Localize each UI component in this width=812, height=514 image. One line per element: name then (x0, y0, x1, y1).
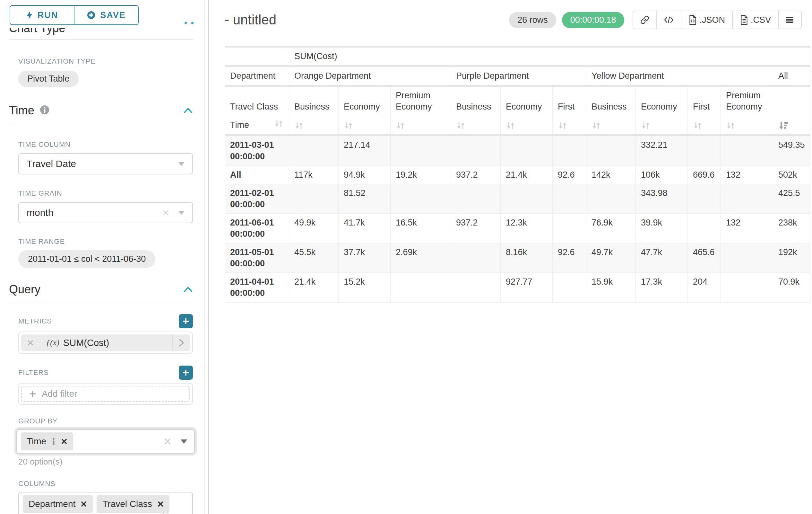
clear-icon[interactable] (162, 209, 170, 217)
time-range-label: TIME RANGE (18, 237, 193, 246)
columns-tag-department[interactable]: Department (23, 495, 93, 513)
pivot-cell: 502k (773, 166, 810, 184)
pivot-row: 2011-06-01 00:00:0049.9k41.7k16.5k937.21… (225, 214, 810, 243)
clear-all-icon[interactable] (163, 437, 172, 445)
pivot-cell (721, 273, 773, 302)
sort-updown-icon[interactable] (294, 121, 304, 130)
pivot-cell: 19.2k (390, 166, 451, 184)
remove-tag-icon[interactable] (157, 501, 164, 507)
divider (9, 124, 193, 124)
sort-control[interactable] (586, 116, 636, 136)
menu-button[interactable] (778, 11, 801, 29)
subcolumn-header: Business (586, 86, 636, 116)
run-button[interactable]: RUN (10, 6, 74, 24)
panel-resize-grip[interactable] (184, 22, 194, 24)
plus-icon (29, 390, 37, 398)
sort-control[interactable] (721, 116, 773, 136)
pivot-row-label: 2011-06-01 00:00:00 (225, 214, 289, 243)
pivot-cell (451, 243, 501, 273)
share-link-button[interactable] (633, 11, 656, 29)
metric-name: SUM(Cost) (63, 337, 109, 348)
info-icon[interactable] (39, 105, 50, 116)
sort-control[interactable] (289, 116, 339, 136)
sort-descending-icon[interactable] (778, 121, 789, 130)
time-grain-value: month (27, 207, 53, 218)
chevron-right-icon[interactable] (172, 334, 190, 351)
query-section-header: Query (9, 283, 193, 296)
metric-chip[interactable]: ƒ(x) SUM(Cost) (21, 334, 190, 351)
group-by-tag-time[interactable]: Time (21, 432, 73, 451)
caret-down-icon[interactable] (181, 439, 187, 444)
sort-control[interactable] (553, 116, 586, 136)
pivot-row-label: 2011-05-01 00:00:00 (225, 243, 289, 273)
pivot-cell (721, 184, 773, 214)
plus-icon (182, 317, 190, 325)
sort-updown-icon[interactable] (506, 121, 516, 130)
sort-updown-icon[interactable] (726, 121, 735, 130)
pivot-cell (586, 135, 636, 165)
query-timer-badge: 00:00:00.18 (562, 12, 625, 28)
remove-metric-icon[interactable] (21, 334, 40, 351)
add-filter-button[interactable]: Add filter (21, 386, 190, 402)
save-button-label: SAVE (100, 10, 126, 20)
view-query-button[interactable] (656, 11, 681, 29)
remove-tag-icon[interactable] (61, 438, 67, 444)
pivot-cell: 937.2 (451, 166, 501, 184)
time-column-select[interactable]: Travel Date (18, 153, 193, 174)
tag-info-icon[interactable] (51, 437, 56, 445)
pivot-row-label: 2011-04-01 00:00:00 (225, 273, 289, 302)
add-metric-button[interactable] (179, 314, 193, 328)
pivot-row: 2011-05-01 00:00:0045.5k37.7k2.69k8.16k9… (225, 243, 810, 273)
remove-tag-icon[interactable] (81, 501, 87, 507)
sort-control[interactable] (451, 116, 501, 136)
pivot-row: All117k94.9k19.2k937.221.4k92.6142k106k6… (225, 166, 810, 184)
filters-container: Add filter (18, 383, 193, 405)
add-filter-plus-button[interactable] (179, 366, 193, 380)
chevron-up-icon[interactable] (183, 286, 193, 293)
pivot-cell (688, 214, 721, 243)
subcolumn-header: First (553, 86, 586, 116)
sort-updown-icon[interactable] (693, 121, 702, 130)
export-json-button[interactable]: .JSON (681, 11, 732, 29)
sort-updown-icon[interactable] (396, 121, 405, 130)
clear-all-icon[interactable] (162, 512, 170, 514)
viz-type-pill[interactable]: Pivot Table (18, 71, 79, 87)
sort-control[interactable] (688, 116, 721, 136)
sort-control[interactable] (339, 116, 390, 136)
sort-updown-icon[interactable] (591, 121, 601, 130)
sort-control[interactable] (390, 116, 451, 136)
column-dimension-label: Department (225, 66, 289, 86)
chart-title[interactable]: - untitled (225, 12, 276, 28)
pivot-cell: 332.21 (636, 135, 688, 165)
sort-control-active[interactable] (773, 116, 810, 136)
sort-updown-icon[interactable] (456, 121, 466, 130)
pivot-cell: 549.35 (773, 135, 810, 165)
pivot-row-label: All (225, 166, 289, 184)
metrics-label: METRICS (18, 317, 52, 325)
time-grain-select[interactable]: month (18, 202, 193, 223)
columns-tag-travel-class[interactable]: Travel Class (96, 495, 170, 513)
pivot-row-label: 2011-02-01 00:00:00 (225, 184, 289, 214)
tag-label: Department (29, 499, 76, 509)
pivot-cell: 669.6 (688, 166, 721, 184)
sort-control[interactable] (636, 116, 688, 136)
sort-control[interactable] (501, 116, 553, 136)
pivot-cell: 425.5 (773, 184, 810, 214)
sort-updown-icon[interactable] (344, 121, 353, 130)
sort-updown-icon[interactable] (558, 121, 568, 130)
sort-control[interactable] (274, 119, 284, 131)
sort-updown-icon[interactable] (641, 121, 650, 130)
group-by-select[interactable]: Time (17, 429, 195, 454)
pivot-cell (688, 135, 721, 165)
column-group-yellow: Yellow Department (586, 66, 773, 86)
panel-divider[interactable] (205, 0, 209, 514)
sort-updown-icon[interactable] (274, 119, 284, 128)
chevron-up-icon[interactable] (183, 107, 193, 114)
time-grain-label: TIME GRAIN (18, 189, 193, 197)
columns-label: COLUMNS (18, 480, 193, 488)
divider (9, 303, 193, 303)
time-range-pill[interactable]: 2011-01-01 ≤ col < 2011-06-30 (18, 250, 155, 268)
save-button[interactable]: SAVE (74, 6, 138, 24)
columns-select[interactable]: Department Travel Class (18, 492, 193, 514)
export-csv-button[interactable]: .CSV (732, 11, 778, 29)
